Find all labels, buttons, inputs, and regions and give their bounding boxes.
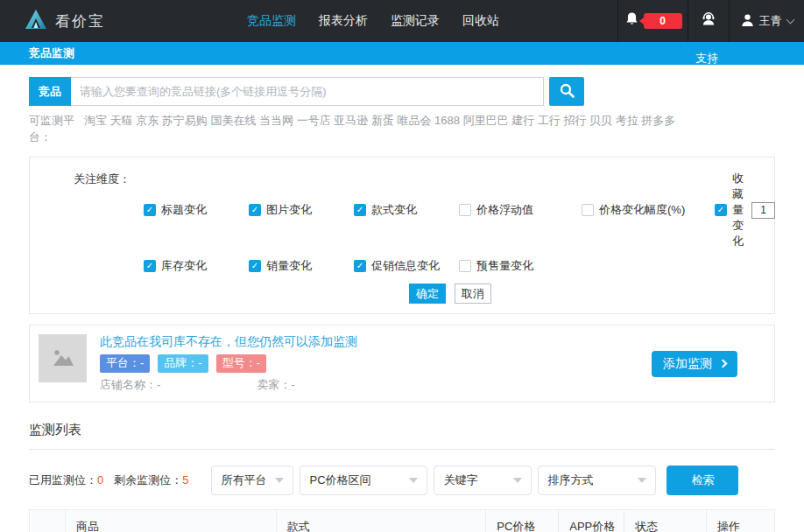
chevron-down-icon (786, 15, 794, 24)
user-menu[interactable]: 王青 (729, 0, 804, 42)
notification-count-badge: 0 (644, 13, 682, 29)
platforms-label: 可监测平台： (29, 112, 84, 145)
search-result-card: 此竞品在我司库不存在，但您仍然可以添加监测 平台：- 品牌：- 型号：- 店铺名… (29, 325, 775, 402)
result-message: 此竞品在我司库不存在，但您仍然可以添加监测 (100, 334, 357, 350)
search-icon (559, 82, 575, 102)
checkbox-checked-icon[interactable]: ✓ (354, 260, 366, 272)
model-tag: 型号：- (216, 354, 266, 373)
cancel-button[interactable]: 取消 (455, 284, 491, 304)
sort-order-select[interactable]: 排序方式 (538, 466, 656, 495)
checkbox-unchecked-icon[interactable] (459, 204, 471, 216)
search-button[interactable] (549, 77, 584, 106)
chevron-right-icon (719, 360, 728, 368)
dimension-price-change-pct[interactable]: 价格变化幅度(%) (582, 202, 715, 218)
brand-tag: 品牌：- (158, 354, 208, 373)
remaining-slots-value: 5 (182, 473, 188, 486)
remaining-slots-stat: 剩余监测位：5 (114, 472, 188, 488)
platforms-list: 淘宝 天猫 京东 苏宁易购 国美在线 当当网 一号店 亚马逊 新蛋 唯品会 16… (84, 112, 775, 145)
dimension-title-change[interactable]: ✓ 标题变化 (144, 202, 249, 218)
add-monitor-button[interactable]: 添加监测 (652, 351, 737, 377)
support-link[interactable]: 支持 (695, 51, 718, 65)
caret-down-icon (638, 478, 646, 487)
nav-item-monitor-records[interactable]: 监测记录 (389, 13, 441, 29)
customer-service-button[interactable] (688, 0, 729, 42)
bell-icon (624, 11, 639, 31)
page-header-bar: 竞品监测 支持 (0, 42, 804, 65)
customer-service-icon (701, 11, 716, 31)
dimension-favorites-change[interactable]: ✓ 收藏量变化 (715, 171, 775, 249)
dimension-presale-change[interactable]: 预售量变化 (459, 258, 582, 274)
checkbox-checked-icon[interactable]: ✓ (144, 260, 156, 272)
operation-column-header: 操作 (707, 510, 775, 532)
monitor-list-filters: 已用监测位：0 剩余监测位：5 所有平台 PC价格区间 关键字 排序方式 检索 (29, 466, 775, 495)
focus-dimensions-panel: 关注维度： ✓ 标题变化 ✓ 图片变化 ✓ 款式变化 价格浮动值 (29, 157, 775, 314)
pc-price-range-select[interactable]: PC价格区间 (300, 466, 427, 495)
dimension-style-change[interactable]: ✓ 款式变化 (354, 202, 459, 218)
seller-label: 卖家：- (257, 377, 294, 393)
favorites-threshold-input[interactable] (751, 202, 775, 219)
app-title: 看价宝 (55, 11, 105, 32)
result-tags: 平台：- 品牌：- 型号：- (100, 354, 357, 373)
confirm-button[interactable]: 确定 (409, 284, 446, 304)
result-meta: 店铺名称：- 卖家：- (100, 377, 357, 393)
status-column-header: 状态 (624, 510, 707, 532)
dimension-price-float[interactable]: 价格浮动值 (459, 202, 582, 218)
search-field-label: 竞品 (29, 77, 71, 106)
platform-filter-select[interactable]: 所有平台 (211, 466, 293, 495)
used-slots-value: 0 (97, 473, 103, 486)
dimensions-actions: 确定 取消 (30, 284, 774, 304)
dimension-image-change[interactable]: ✓ 图片变化 (249, 202, 354, 218)
pc-price-column-header: PC价格 (486, 510, 559, 532)
checkbox-unchecked-icon[interactable] (582, 204, 594, 216)
app-price-column-header: APP价格 (559, 510, 624, 532)
checkbox-checked-icon[interactable]: ✓ (249, 204, 261, 216)
caret-down-icon (513, 478, 522, 487)
logo-triangle-icon (25, 9, 47, 33)
result-info: 此竞品在我司库不存在，但您仍然可以添加监测 平台：- 品牌：- 型号：- 店铺名… (100, 334, 357, 393)
table-header-row: 商品 款式 PC价格 APP价格 状态 操作 (30, 510, 775, 532)
keyword-select[interactable]: 关键字 (434, 466, 532, 495)
goods-column-header: 商品 (65, 510, 276, 532)
dimensions-grid: ✓ 标题变化 ✓ 图片变化 ✓ 款式变化 价格浮动值 价格变化幅度(%) (144, 171, 775, 274)
style-column-header: 款式 (276, 510, 486, 532)
caret-down-icon (409, 478, 418, 487)
shop-name-label: 店铺名称：- (100, 377, 160, 393)
notifications-button[interactable]: 0 (617, 0, 688, 42)
monitor-table: 商品 款式 PC价格 APP价格 状态 操作 您目前还没有选择竞品进行监测哦~ (29, 509, 775, 532)
platform-tag: 平台：- (100, 354, 150, 373)
checkbox-unchecked-icon[interactable] (459, 260, 471, 272)
dimension-promo-change[interactable]: ✓ 促销信息变化 (354, 258, 459, 274)
breadcrumb: 竞品监测 (29, 46, 74, 61)
product-image-placeholder (39, 334, 87, 382)
used-slots-stat: 已用监测位：0 (29, 472, 103, 488)
dimension-stock-change[interactable]: ✓ 库存变化 (144, 258, 249, 274)
caret-down-icon (275, 478, 284, 487)
retrieve-button[interactable]: 检索 (666, 466, 738, 495)
main-nav: 竞品监测 报表分析 监测记录 回收站 (245, 0, 501, 42)
nav-item-report-analysis[interactable]: 报表分析 (317, 13, 370, 29)
nav-item-recycle-bin[interactable]: 回收站 (461, 13, 501, 29)
competitor-search-bar: 竞品 (29, 77, 775, 106)
app-logo[interactable]: 看价宝 (0, 0, 245, 42)
supported-platforms: 可监测平台： 淘宝 天猫 京东 苏宁易购 国美在线 当当网 一号店 亚马逊 新蛋… (29, 112, 775, 145)
checkbox-checked-icon[interactable]: ✓ (354, 204, 366, 216)
checkbox-checked-icon[interactable]: ✓ (144, 204, 156, 216)
top-navbar: 看价宝 竞品监测 报表分析 监测记录 回收站 0 (0, 0, 804, 42)
nav-item-competitor-monitor[interactable]: 竞品监测 (245, 13, 298, 29)
image-placeholder-icon (51, 346, 75, 371)
dimension-sales-change[interactable]: ✓ 销量变化 (249, 258, 354, 274)
dimensions-label: 关注维度： (74, 171, 144, 274)
user-avatar-icon (741, 13, 754, 30)
topbar-right: 0 王青 (617, 0, 804, 42)
monitor-list-title: 监测列表 (29, 422, 775, 450)
filter-selects: 所有平台 PC价格区间 关键字 排序方式 (211, 466, 656, 495)
competitor-link-input[interactable] (71, 77, 544, 106)
checkbox-checked-icon[interactable]: ✓ (715, 204, 727, 216)
checkbox-checked-icon[interactable]: ✓ (249, 260, 261, 272)
select-column-header (30, 510, 66, 532)
user-name: 王青 (759, 13, 782, 29)
